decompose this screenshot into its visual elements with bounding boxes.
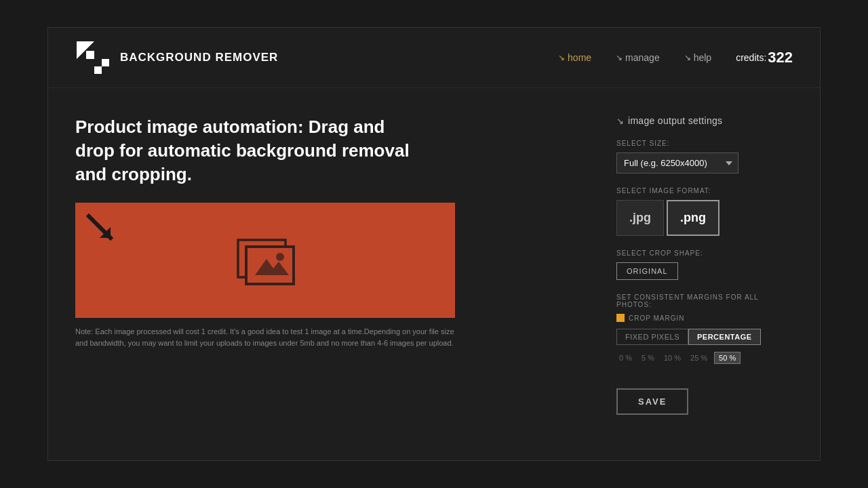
nav-home[interactable]: ↘ home [558, 52, 591, 63]
nav-manage-arrow: ↘ [616, 53, 623, 62]
nav-manage[interactable]: ↘ manage [616, 52, 660, 63]
pct-5[interactable]: 5 % [639, 352, 657, 363]
credits-value: 322 [768, 49, 793, 66]
crop-original-button[interactable]: ORIGINAL [616, 262, 678, 280]
nav-area: ↘ home ↘ manage ↘ help credits: 322 [558, 49, 793, 66]
app-title: BACKGROUND REMOVER [120, 51, 278, 64]
format-label: SELECT IMAGE FORMAT: [616, 187, 793, 195]
settings-title: image output settings [628, 115, 722, 126]
size-group: SELECT SIZE: Full (e.g. 6250x4000) Mediu… [616, 140, 793, 174]
nav-help-arrow: ↘ [684, 53, 691, 62]
margin-tabs: FIXED PIXELS PERCENTAGE [616, 329, 793, 345]
dropzone[interactable] [75, 203, 455, 318]
tab-percentage[interactable]: PERCENTAGE [688, 329, 761, 345]
pct-50[interactable]: 50 % [714, 352, 741, 364]
dropzone-note: Note: Each image processed will cost 1 c… [75, 326, 455, 348]
margins-label: SET CONSISTENT MARGINS FOR ALL PHOTOS: [616, 293, 793, 308]
settings-header: ↘ image output settings [616, 115, 793, 126]
left-panel: Product image automation: Drag and drop … [75, 115, 616, 415]
pct-25[interactable]: 25 % [688, 352, 710, 363]
size-select[interactable]: Full (e.g. 6250x4000) Medium (e.g. 3125x… [616, 152, 738, 174]
svg-rect-4 [86, 59, 94, 74]
nav-home-arrow: ↘ [558, 53, 565, 62]
format-png-button[interactable]: .png [667, 200, 719, 236]
pct-10[interactable]: 10 % [661, 352, 684, 363]
header: BACKGROUND REMOVER ↘ home ↘ manage ↘ hel… [48, 28, 820, 88]
svg-rect-7 [102, 66, 109, 74]
percentage-options: 0 % 5 % 10 % 25 % 50 % [616, 352, 793, 364]
svg-point-14 [276, 253, 284, 261]
svg-rect-3 [94, 51, 109, 59]
crop-margin-text: CROP MARGIN [629, 314, 685, 322]
size-label: SELECT SIZE: [616, 140, 793, 147]
credits-label: credits: [736, 52, 766, 63]
nav-help[interactable]: ↘ help [684, 52, 711, 63]
nav-home-label: home [568, 52, 591, 63]
logo-icon [75, 40, 111, 75]
crop-margin-dot [616, 314, 625, 322]
crop-shape-group: SELECT CROP SHAPE: ORIGINAL [616, 249, 793, 280]
dropzone-arrow-icon [86, 214, 116, 243]
format-jpg-button[interactable]: .jpg [616, 200, 664, 236]
settings-header-arrow: ↘ [616, 116, 624, 126]
logo-area: BACKGROUND REMOVER [75, 40, 278, 75]
crop-shape-label: SELECT CROP SHAPE: [616, 249, 793, 257]
credits-area: credits: 322 [736, 49, 793, 66]
app-screen: BACKGROUND REMOVER ↘ home ↘ manage ↘ hel… [47, 27, 821, 461]
main-content: Product image automation: Drag and drop … [48, 88, 820, 435]
svg-rect-6 [94, 59, 102, 66]
pct-0[interactable]: 0 % [616, 352, 635, 363]
format-buttons: .jpg .png [616, 200, 793, 236]
right-panel: ↘ image output settings SELECT SIZE: Ful… [616, 115, 793, 415]
tab-fixed-pixels[interactable]: FIXED PIXELS [616, 329, 688, 345]
margins-group: SET CONSISTENT MARGINS FOR ALL PHOTOS: C… [616, 293, 793, 364]
image-placeholder-icon [231, 233, 299, 287]
nav-help-label: help [694, 52, 711, 63]
save-button[interactable]: SAVE [616, 388, 688, 415]
crop-margin-row: CROP MARGIN [616, 314, 793, 322]
nav-manage-label: manage [625, 52, 660, 63]
hero-title: Product image automation: Drag and drop … [75, 115, 428, 186]
format-group: SELECT IMAGE FORMAT: .jpg .png [616, 187, 793, 236]
